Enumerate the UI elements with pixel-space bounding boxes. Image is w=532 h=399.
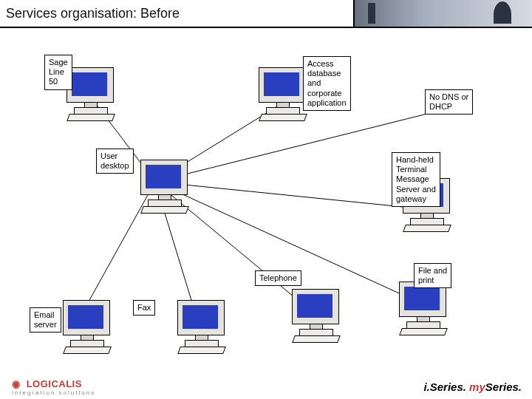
node-label-hht: Hand-held Terminal Message Server and ga… bbox=[392, 152, 440, 207]
company-name: LOGICALIS bbox=[27, 378, 82, 389]
node-label-nodns: No DNS or DHCP bbox=[425, 89, 473, 115]
node-label-sage: Sage Line 50 bbox=[44, 55, 72, 90]
computer-icon bbox=[66, 67, 118, 120]
diagram-canvas: Sage Line 50 Access database and corpora… bbox=[0, 27, 532, 399]
node-label-fileprint: File and print bbox=[414, 263, 451, 288]
node-label-access: Access database and corporate applicatio… bbox=[303, 56, 351, 111]
iseries-text: i.Series. bbox=[423, 381, 466, 393]
footer: LOGICALIS integration solutions i.Series… bbox=[0, 375, 532, 396]
series-branding: i.Series. mySeries. bbox=[423, 381, 522, 393]
company-logo: LOGICALIS integration solutions bbox=[12, 378, 95, 396]
title-decorative-image bbox=[353, 0, 532, 27]
company-tagline: integration solutions bbox=[12, 389, 95, 396]
computer-icon bbox=[177, 300, 229, 353]
computer-icon bbox=[399, 282, 451, 335]
svg-line-3 bbox=[155, 182, 410, 208]
computer-icon bbox=[140, 160, 192, 213]
my-text: my bbox=[469, 381, 485, 393]
node-label-user: User desktop bbox=[96, 149, 134, 174]
page-title: Services organisation: Before bbox=[0, 6, 180, 21]
node-label-email: Email server bbox=[30, 307, 61, 332]
computer-icon bbox=[292, 289, 344, 342]
node-label-telephone: Telephone bbox=[255, 270, 301, 286]
title-bar: Services organisation: Before bbox=[0, 0, 532, 28]
computer-icon bbox=[63, 300, 115, 353]
node-label-fax: Fax bbox=[133, 300, 155, 316]
series-text: Series. bbox=[485, 381, 522, 393]
